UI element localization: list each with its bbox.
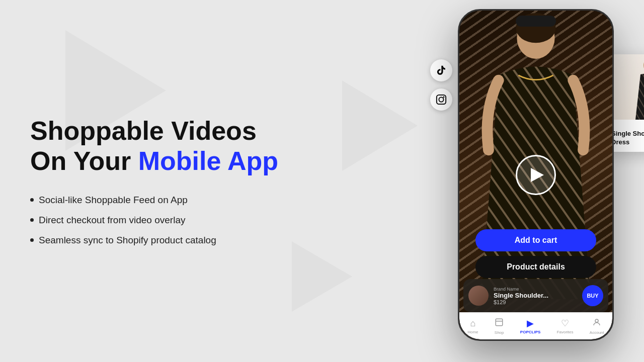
bullet-text-2: Direct checkout from video overlay <box>39 215 185 226</box>
bullet-dot <box>30 238 34 242</box>
bottom-nav: ⌂ Home Shop ▶ POPCLIPS ♡ Favorites <box>459 312 612 339</box>
bullet-text-3: Seamless sync to Shopify product catalog <box>39 235 216 246</box>
phone-notch <box>516 16 556 27</box>
product-details-button[interactable]: Product details <box>475 256 596 278</box>
product-card-name: Single Shoulder Mini Dress <box>611 130 644 147</box>
bullet-item-2: Direct checkout from video overlay <box>30 215 312 226</box>
bottom-product-name: Single Shoulder... <box>494 292 577 299</box>
buy-button[interactable]: BUY <box>582 285 603 306</box>
feature-list: Social-like Shoppable Feed on App Direct… <box>30 195 312 246</box>
instagram-button[interactable] <box>430 88 452 111</box>
svg-rect-0 <box>437 95 446 104</box>
headline: Shoppable Videos On Your Mobile App <box>30 116 312 176</box>
nav-account-label: Account <box>590 330 604 335</box>
svg-point-2 <box>443 97 445 98</box>
svg-rect-8 <box>496 319 503 326</box>
bullet-dot <box>30 218 34 222</box>
left-content: Shoppable Videos On Your Mobile App Soci… <box>0 0 312 362</box>
tiktok-button[interactable] <box>430 59 452 81</box>
nav-favorites[interactable]: ♡ Favorites <box>557 318 574 334</box>
nav-popclips[interactable]: ▶ POPCLIPS <box>520 318 540 334</box>
nav-shop-label: Shop <box>495 330 504 335</box>
svg-point-9 <box>595 319 598 322</box>
bottom-price: $129 <box>494 299 577 305</box>
nav-home-label: Home <box>467 330 478 334</box>
headline-line1: Shoppable Videos <box>30 116 257 145</box>
account-icon <box>592 318 601 329</box>
headline-line2-prefix: On Your <box>30 146 138 175</box>
nav-popclips-label: POPCLIPS <box>520 330 540 334</box>
social-sidebar <box>430 59 452 111</box>
play-button[interactable] <box>516 155 556 195</box>
phone-mockup: ♡ Single Shoulder Mini Dress <box>458 9 614 341</box>
bullet-item-3: Seamless sync to Shopify product catalog <box>30 235 312 246</box>
bullet-text-1: Social-like Shoppable Feed on App <box>39 195 188 206</box>
phone-screen: Add to cart Product details Brand Name S… <box>459 11 612 339</box>
headline-highlight: Mobile App <box>138 146 278 175</box>
bullet-item-1: Social-like Shoppable Feed on App <box>30 195 312 206</box>
bottom-product-bar: Brand Name Single Shoulder... $129 BUY <box>463 279 608 312</box>
phone: Add to cart Product details Brand Name S… <box>458 9 614 341</box>
dress-image <box>630 54 645 120</box>
bottom-product-info: Brand Name Single Shoulder... $129 <box>494 287 577 305</box>
favorites-icon: ♡ <box>561 318 569 329</box>
nav-shop[interactable]: Shop <box>495 318 504 335</box>
nav-favorites-label: Favorites <box>557 330 574 334</box>
shop-icon <box>495 318 504 329</box>
home-icon: ⌂ <box>470 318 475 329</box>
product-avatar <box>468 286 489 306</box>
nav-account[interactable]: Account <box>590 318 604 335</box>
svg-point-1 <box>439 97 443 102</box>
brand-name: Brand Name <box>494 287 577 292</box>
bullet-dot <box>30 198 34 202</box>
nav-home[interactable]: ⌂ Home <box>467 318 478 334</box>
add-to-cart-button[interactable]: Add to cart <box>475 229 596 251</box>
play-triangle-icon <box>531 168 544 182</box>
popclips-icon: ▶ <box>527 318 534 329</box>
